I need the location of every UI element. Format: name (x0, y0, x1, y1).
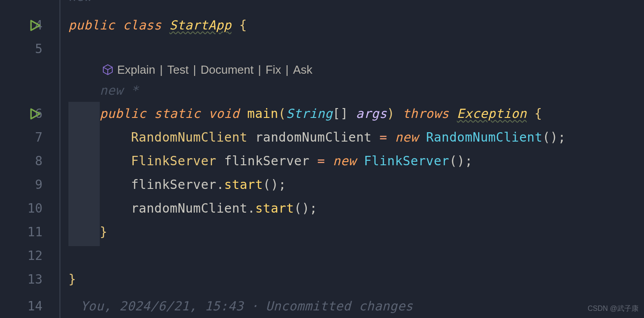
dot: . (247, 201, 255, 216)
git-blame-annotation: You, 2024/6/21, 15:43 · Uncommitted chan… (80, 295, 413, 317)
code-line[interactable] (68, 244, 644, 268)
line-number: 11 (26, 225, 42, 239)
tail: (); (449, 154, 473, 168)
paren-close: ) (387, 106, 394, 121)
codelens-separator: | (285, 63, 288, 77)
ctor-name: FlinkServer (364, 154, 449, 168)
var-name: randomNumClient (131, 201, 247, 216)
type-string: String (286, 106, 333, 121)
var-name: flinkServer (131, 177, 216, 192)
exception-type: Exception (457, 106, 527, 121)
method-main: main (247, 106, 278, 121)
brace-open: { (534, 106, 542, 121)
inlay-hint: new * (68, 0, 644, 3)
blame-date: 2024/6/21, (119, 299, 197, 314)
type-name: RandomNumClient (131, 130, 247, 145)
assign-op: = (318, 154, 325, 168)
code-line[interactable]: FlinkServer flinkServer = new FlinkServe… (131, 149, 644, 173)
line-number: 7 (26, 130, 42, 145)
gutter-row[interactable]: 9 (0, 173, 59, 197)
inlay-text: new * (100, 83, 139, 98)
line-number: 8 (26, 154, 42, 168)
gutter-row[interactable]: 4 (0, 13, 59, 37)
brackets: [] (333, 106, 348, 121)
line-number: 13 (26, 272, 42, 287)
ctor-name: RandomNumClient (426, 130, 542, 145)
change-marker (68, 102, 100, 246)
run-gutter-icon[interactable] (29, 108, 41, 120)
tail: (); (263, 177, 286, 192)
codelens-separator: | (258, 63, 261, 77)
keyword-new: new (395, 130, 418, 145)
line-number: 5 (26, 42, 42, 56)
line-number: 14 (26, 299, 42, 314)
line-number: 10 (26, 201, 42, 216)
keyword-throws: throws (402, 106, 449, 121)
gutter-row[interactable]: 5 (0, 37, 59, 61)
gutter-row[interactable]: 13 (0, 268, 59, 291)
gutter-row[interactable]: 14 (0, 295, 59, 317)
code-line[interactable]: flinkServer.start(); (131, 173, 644, 197)
code-line[interactable]: } (100, 220, 644, 244)
blame-separator: · (251, 299, 258, 314)
paren-open: ( (278, 106, 286, 121)
code-line[interactable]: } (68, 268, 644, 291)
keyword-class: class (123, 18, 162, 33)
gutter-row[interactable]: 7 (0, 126, 59, 149)
codelens-ask[interactable]: Ask (293, 63, 312, 77)
codelens-test[interactable]: Test (167, 63, 189, 77)
keyword-public: public (68, 18, 115, 33)
gutter-row[interactable]: 12 (0, 244, 59, 268)
var-name: randomNumClient (255, 130, 372, 145)
codelens-document[interactable]: Document (201, 63, 254, 77)
codelens-separator: | (160, 63, 163, 77)
tail: (); (542, 130, 566, 145)
gutter: 4 5 6 7 8 9 10 11 12 (0, 0, 60, 318)
param-args: args (356, 106, 387, 121)
codelens-fix[interactable]: Fix (266, 63, 281, 77)
ai-cube-icon (103, 64, 113, 75)
tail: (); (294, 201, 318, 216)
codelens-separator: | (193, 63, 196, 77)
keyword-static: static (154, 106, 201, 121)
brace-close: } (100, 225, 107, 239)
blame-time: 15:43 (205, 299, 244, 314)
code-line[interactable] (68, 37, 644, 61)
gutter-row[interactable]: 11 (0, 220, 59, 244)
code-line[interactable]: randomNumClient.start(); (131, 197, 644, 220)
dot: . (216, 177, 224, 192)
gutter-row[interactable]: 6 (0, 102, 59, 126)
keyword-void: void (208, 106, 239, 121)
class-name: StartApp (169, 18, 232, 33)
method-call: start (255, 201, 294, 216)
gutter-row[interactable]: 8 (0, 149, 59, 173)
gutter-row[interactable]: 10 (0, 197, 59, 220)
brace-close: } (68, 272, 76, 287)
type-name: FlinkServer (131, 154, 216, 168)
codelens-explain[interactable]: Explain (117, 63, 155, 77)
code-line[interactable]: RandomNumClient randomNumClient = new Ra… (131, 126, 644, 149)
method-call: start (224, 177, 263, 192)
blame-author: You, (80, 299, 111, 314)
watermark: CSDN @武子康 (588, 304, 639, 314)
blame-status: Uncommitted changes (266, 299, 413, 314)
run-gutter-icon[interactable] (29, 20, 41, 31)
code-line[interactable]: public class StartApp { (68, 13, 644, 37)
code-area[interactable]: new * public class StartApp { Explain | … (60, 0, 644, 318)
var-name: flinkServer (224, 154, 309, 168)
keyword-public: public (100, 106, 146, 121)
line-number: 12 (26, 248, 42, 263)
codelens: Explain | Test | Document | Fix | Ask (103, 61, 644, 79)
keyword-new: new (333, 154, 356, 168)
assign-op: = (379, 130, 387, 145)
brace-open: { (239, 18, 247, 33)
inlay-hint: new * (100, 80, 644, 101)
inlay-text: new * (68, 0, 107, 4)
line-number: 9 (26, 177, 42, 192)
code-line[interactable]: public static void main(String[] args) t… (100, 102, 644, 126)
code-editor: 4 5 6 7 8 9 10 11 12 (0, 0, 644, 318)
gutter-row (0, 0, 59, 1)
